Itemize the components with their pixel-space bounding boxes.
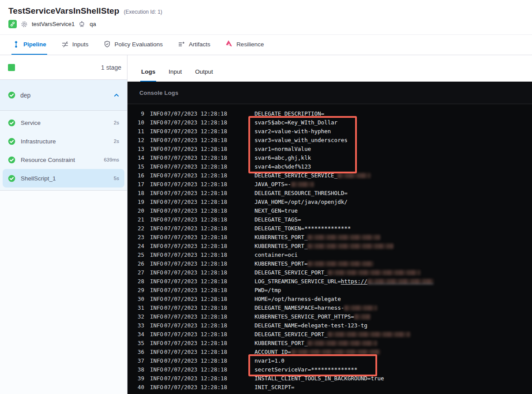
log-timestamp: 07/07/2023 12:28:18 (164, 162, 227, 171)
step-item-infrastructure[interactable]: Infrastructure2s (3, 132, 124, 150)
step-item-shellscript-1[interactable]: ShellScript_15s (3, 169, 124, 188)
log-line-number: 32 (127, 312, 144, 321)
sidebar-empty-area (0, 191, 127, 394)
console-header[interactable]: Console Logs (127, 82, 532, 104)
success-check-icon (8, 138, 15, 145)
tab-pipeline[interactable]: Pipeline (11, 35, 47, 55)
log-timestamp: 07/07/2023 12:28:18 (164, 109, 227, 118)
log-line-number: 39 (127, 374, 144, 383)
log-line-25: 25INFO07/07/2023 12:28:18container=oci (127, 251, 532, 259)
log-level: INFO (150, 365, 163, 374)
step-item-resource-constraint[interactable]: Resource Constraint639ms (3, 150, 124, 169)
tab-label: Pipeline (23, 41, 46, 48)
log-timestamp: 07/07/2023 12:28:18 (164, 233, 227, 242)
log-message: DELEGATE_TOKEN=************** (255, 224, 351, 233)
log-level: INFO (150, 127, 163, 136)
log-level: INFO (150, 330, 163, 339)
stage-status-square[interactable] (8, 64, 15, 71)
list-plus-icon (178, 41, 185, 48)
log-level: INFO (150, 374, 163, 383)
log-level: INFO (150, 339, 163, 348)
log-timestamp: 07/07/2023 12:28:18 (164, 180, 227, 189)
log-line-number: 16 (127, 171, 144, 180)
redacted-value (337, 173, 371, 178)
tab-label: Inputs (72, 41, 89, 48)
log-line-number: 40 (127, 383, 144, 392)
log-level: INFO (150, 383, 163, 392)
log-level: INFO (150, 145, 163, 154)
step-label: ShellScript_1 (21, 175, 56, 182)
tab-policy-evaluations[interactable]: Policy Evaluations (103, 35, 164, 55)
log-message: container=oci (255, 251, 298, 259)
redacted-value (307, 341, 377, 346)
step-duration: 639ms (104, 157, 119, 162)
log-line-30: 30INFO07/07/2023 12:28:18HOME=/opt/harne… (127, 295, 532, 304)
log-message: JAVA_HOME=/opt/java/openjdk/ (255, 198, 348, 206)
log-line-number: 27 (127, 268, 144, 277)
step-label: Service (21, 120, 41, 126)
log-level: INFO (150, 180, 163, 189)
redacted-value (354, 314, 371, 319)
log-level: INFO (150, 154, 163, 162)
log-level: INFO (150, 109, 163, 118)
log-message: ACCOUNT_ID= (255, 348, 380, 356)
redacted-value (328, 332, 411, 337)
log-line-number: 21 (127, 215, 144, 224)
tab-inputs[interactable]: Inputs (60, 35, 90, 55)
log-panel: Logs Input Output Console Logs 9INFO07/0… (127, 55, 532, 394)
log-line-35: 35INFO07/07/2023 12:28:18KUBERNETES_PORT… (127, 339, 532, 348)
chevron-up-icon[interactable] (113, 92, 120, 98)
log-message: DELEGATE_SERVICE_PORT_ (255, 330, 410, 339)
log-line-number: 36 (127, 348, 144, 356)
log-level: INFO (150, 215, 163, 224)
log-level: INFO (150, 295, 163, 304)
log-line-33: 33INFO07/07/2023 12:28:18DELEGATE_NAME=d… (127, 321, 532, 330)
log-line-16: 16INFO07/07/2023 12:28:18DELEGATE_SERVIC… (127, 171, 532, 180)
log-line-number: 19 (127, 198, 144, 206)
log-line-number: 29 (127, 286, 144, 295)
gear-icon[interactable] (21, 21, 28, 28)
log-timestamp: 07/07/2023 12:28:18 (164, 145, 227, 154)
tab-input[interactable]: Input (168, 68, 183, 82)
log-line-15: 15INFO07/07/2023 12:28:18svar4=abc%def%1… (127, 162, 532, 171)
log-message: KUBERNETES_PORT_ (255, 339, 377, 348)
log-line-number: 26 (127, 259, 144, 268)
stage-group-dep[interactable]: dep (0, 80, 127, 111)
console: Console Logs 9INFO07/07/2023 12:28:18DEL… (127, 82, 532, 394)
tab-artifacts[interactable]: Artifacts (177, 35, 211, 55)
log-level: INFO (150, 348, 163, 356)
console-log-body[interactable]: 9INFO07/07/2023 12:28:18DELEGATE_DESCRIP… (127, 104, 532, 394)
log-message: svar1=normalValue (255, 145, 311, 154)
step-label: Infrastructure (21, 138, 56, 145)
tab-logs[interactable]: Logs (140, 68, 156, 82)
log-level: INFO (150, 242, 163, 251)
log-message: svar3=value_with_underscores (255, 136, 348, 145)
tab-label: Artifacts (189, 41, 210, 48)
shield-check-icon (104, 41, 111, 48)
page-title: TestServiceVarsInShellStep (8, 6, 119, 16)
step-item-service[interactable]: Service2s (3, 113, 124, 132)
tab-label: Resilience (236, 41, 264, 48)
log-timestamp: 07/07/2023 12:28:18 (164, 286, 227, 295)
log-message: DELEGATE_DESCRIPTION= (255, 109, 324, 118)
tab-resilience[interactable]: Resilience (225, 35, 265, 55)
service-name[interactable]: testVarsService1 (32, 21, 75, 27)
log-level: INFO (150, 136, 163, 145)
log-line-10: 10INFO07/07/2023 12:28:18svar5$abc=Key_W… (127, 118, 532, 127)
log-level: INFO (150, 304, 163, 312)
log-line-number: 24 (127, 242, 144, 251)
log-message: INIT_SCRIPT= (255, 383, 294, 392)
success-check-icon (8, 156, 15, 164)
environment-name[interactable]: qa (90, 21, 96, 27)
log-link[interactable]: https:// (341, 278, 367, 285)
tab-label: Policy Evaluations (115, 41, 163, 48)
redacted-value (307, 235, 380, 240)
log-line-number: 23 (127, 233, 144, 242)
log-level: INFO (150, 268, 163, 277)
tab-output[interactable]: Output (194, 68, 214, 82)
log-timestamp: 07/07/2023 12:28:18 (164, 348, 227, 356)
log-line-number: 25 (127, 251, 144, 259)
log-message: DELEGATE_NAME=delegate-test-123-tg (255, 321, 367, 330)
log-line-number: 18 (127, 189, 144, 198)
log-line-number: 20 (127, 206, 144, 215)
